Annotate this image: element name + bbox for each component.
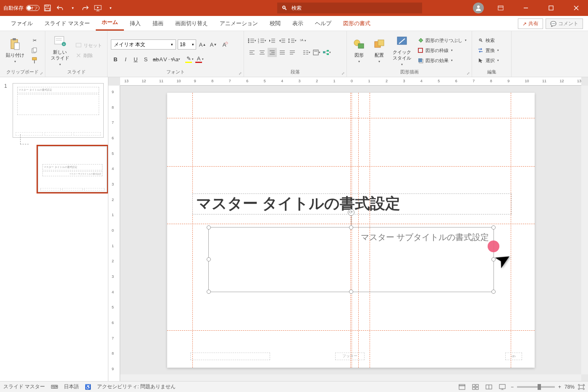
scrollbar-horizontal[interactable] — [120, 374, 581, 381]
status-accessibility[interactable]: アクセシビリティ: 問題ありません — [97, 383, 176, 390]
resize-handle-n[interactable] — [349, 225, 353, 230]
zoom-slider[interactable] — [517, 386, 555, 388]
view-sorter-button[interactable] — [470, 383, 480, 391]
italic-button[interactable]: I — [121, 55, 130, 64]
cut-button[interactable]: ✂ — [29, 36, 39, 44]
undo-dropdown-icon[interactable]: ▾ — [69, 4, 76, 12]
quick-styles-button[interactable]: クイック スタイル ▾ — [391, 33, 413, 68]
tab-transitions[interactable]: 画面切り替え — [169, 16, 214, 31]
view-slideshow-button[interactable] — [497, 383, 507, 391]
user-avatar[interactable] — [473, 3, 484, 13]
autosave-toggle[interactable]: オフ — [26, 5, 39, 11]
align-center-button[interactable] — [257, 48, 267, 57]
character-spacing-button[interactable]: AV↔▾ — [161, 55, 171, 64]
convert-to-smartart-button[interactable]: ▾ — [322, 48, 331, 57]
format-painter-button[interactable] — [29, 56, 39, 65]
change-case-button[interactable]: Aa▾ — [171, 55, 181, 64]
font-size-combo[interactable]: 18▾ — [178, 39, 196, 50]
guide-v[interactable] — [511, 93, 511, 368]
search-box[interactable]: 🔍︎ 検索 — [277, 3, 422, 13]
tab-review[interactable]: 校閲 — [264, 16, 286, 31]
view-normal-button[interactable] — [457, 383, 467, 391]
select-button[interactable]: 選択▾ — [475, 56, 508, 65]
footer-center-placeholder[interactable]: フッター — [335, 353, 365, 360]
tab-shape-format[interactable]: 図形の書式 — [337, 16, 376, 31]
drawing-dialog-launcher[interactable]: ⤢ — [467, 71, 470, 76]
align-text-button[interactable]: ▾ — [312, 48, 321, 57]
decrease-font-size-button[interactable]: A▼ — [209, 40, 218, 49]
tab-view[interactable]: 表示 — [286, 16, 309, 31]
zoom-value[interactable]: 78% — [564, 384, 575, 390]
subtitle-placeholder[interactable]: ⟳ マスター サブタイトルの書式設定 — [208, 227, 494, 292]
layout-thumbnail[interactable]: マスター タイトルの書式設定 マスター サブタイトルの書式設定 — [0, 139, 108, 194]
save-icon[interactable] — [44, 4, 51, 12]
footer-slidenum-placeholder[interactable]: ‹#› — [505, 353, 522, 360]
present-from-start-icon[interactable] — [94, 4, 102, 12]
distribute-button[interactable] — [288, 48, 297, 57]
font-color-button[interactable]: A▾ — [195, 55, 204, 64]
justify-button[interactable] — [278, 48, 287, 57]
close-icon[interactable] — [568, 0, 585, 16]
guide-h[interactable] — [167, 330, 535, 331]
shape-effects-button[interactable]: 図形の効果▾ — [415, 56, 468, 65]
underline-button[interactable]: U — [131, 55, 140, 64]
resize-handle-nw[interactable] — [207, 225, 211, 230]
find-button[interactable]: 🔍︎検索 — [475, 36, 508, 44]
arrange-button[interactable]: 配置 ▾ — [370, 36, 388, 65]
thumb-layout-1[interactable]: マスター タイトルの書式設定 マスター サブタイトルの書式設定 — [38, 146, 107, 192]
align-left-button[interactable] — [247, 48, 257, 57]
new-slide-button[interactable]: + 新しい スライド ▾ — [49, 33, 71, 68]
tab-slide-master[interactable]: スライド マスター — [39, 16, 96, 31]
guide-h[interactable] — [167, 166, 535, 167]
redo-icon[interactable] — [81, 4, 89, 12]
bullets-button[interactable]: ▾ — [247, 36, 257, 45]
rotate-handle[interactable]: ⟳ — [348, 209, 354, 216]
zoom-out-button[interactable]: − — [511, 384, 514, 390]
shape-outline-button[interactable]: 図形の枠線▾ — [415, 46, 468, 55]
resize-handle-s[interactable] — [349, 290, 353, 294]
master-thumbnail[interactable]: 1 マスター タイトルの書式設定 — [0, 81, 108, 139]
bold-button[interactable]: B — [111, 55, 120, 64]
zoom-thumb[interactable] — [538, 384, 541, 390]
highlight-color-button[interactable]: ✎▾ — [185, 55, 194, 64]
thumb-master[interactable]: マスター タイトルの書式設定 — [13, 83, 104, 138]
tab-help[interactable]: ヘルプ — [309, 16, 337, 31]
paste-button[interactable]: 貼り付け ▾ — [3, 36, 27, 65]
increase-font-size-button[interactable]: A▲ — [198, 40, 207, 49]
font-dialog-launcher[interactable]: ⤢ — [239, 71, 242, 76]
shadow-button[interactable]: S — [141, 55, 150, 64]
qat-customize-icon[interactable]: ▾ — [107, 4, 114, 12]
columns-button[interactable]: ▾ — [302, 48, 311, 57]
share-button[interactable]: ↗共有 — [518, 18, 543, 29]
paragraph-dialog-launcher[interactable]: ⤢ — [341, 71, 345, 76]
resize-handle-se[interactable] — [491, 290, 496, 294]
scrollbar-vertical[interactable] — [581, 86, 588, 374]
decrease-indent-button[interactable] — [268, 36, 277, 45]
resize-handle-sw[interactable] — [207, 290, 211, 294]
numbering-button[interactable]: 123▾ — [257, 36, 267, 45]
tab-file[interactable]: ファイル — [5, 16, 39, 31]
tab-animations[interactable]: アニメーション — [214, 16, 264, 31]
font-name-combo[interactable]: メイリオ 本文▾ — [111, 39, 176, 50]
replace-button[interactable]: 置換▾ — [475, 46, 508, 55]
clipboard-dialog-launcher[interactable]: ⤢ — [40, 71, 43, 76]
align-right-button[interactable] — [268, 48, 277, 57]
maximize-icon[interactable] — [543, 0, 559, 16]
status-lang-icon[interactable]: ⌨ — [51, 384, 58, 390]
tab-draw[interactable]: 描画 — [147, 16, 169, 31]
comments-button[interactable]: 💬コメント — [546, 18, 583, 29]
resize-handle-ne[interactable] — [491, 225, 496, 230]
thumbnails-panel[interactable]: 1 マスター タイトルの書式設定 マスター タイトルの書式設定 マスター サブタ… — [0, 77, 108, 381]
resize-handle-w[interactable] — [207, 257, 211, 261]
collapse-ribbon-icon[interactable]: ˄ — [583, 384, 585, 390]
copy-button[interactable] — [29, 46, 39, 55]
slide-canvas[interactable]: マスター タイトルの書式設定 ⟳ マスター サブタイトルの書式設定 フ — [167, 93, 535, 368]
guide-h[interactable] — [167, 118, 535, 118]
tab-home[interactable]: ホーム — [96, 15, 124, 31]
view-reading-button[interactable] — [484, 383, 494, 391]
text-direction-button[interactable]: ↕A▾ — [298, 36, 307, 45]
line-spacing-button[interactable]: ▾ — [288, 36, 297, 45]
clear-formatting-button[interactable]: A◇ — [220, 40, 229, 49]
status-language[interactable]: 日本語 — [64, 383, 79, 390]
ribbon-display-options-icon[interactable] — [492, 0, 509, 16]
